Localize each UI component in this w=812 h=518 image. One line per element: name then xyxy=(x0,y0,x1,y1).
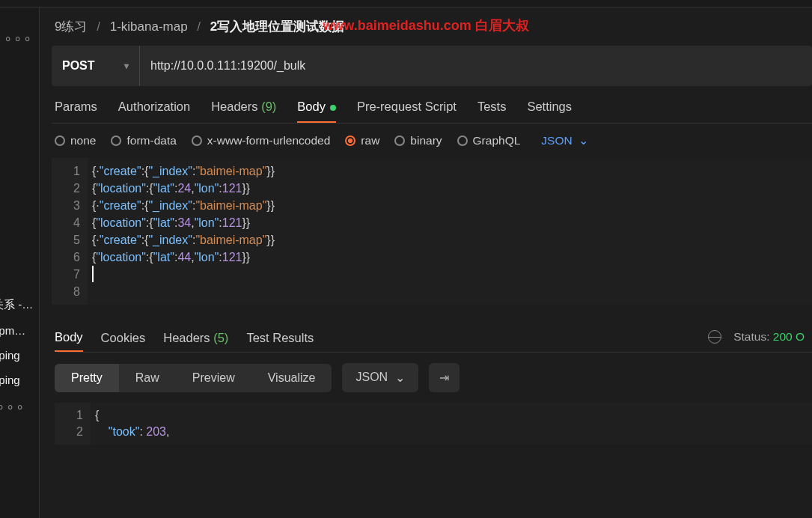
request-url-row: POST ▾ xyxy=(52,46,812,86)
tab-authorization[interactable]: Authorization xyxy=(118,100,190,123)
sidebar: ∘∘∘ 关系 -… -ipm… pping pping ∘∘∘ xyxy=(0,7,39,518)
more-icon[interactable]: ∘∘∘ xyxy=(0,398,25,415)
chevron-down-icon: ⌄ xyxy=(395,371,405,385)
resp-tab-body[interactable]: Body xyxy=(55,330,83,352)
breadcrumb-item[interactable]: 1-kibana-map xyxy=(110,19,188,34)
sidebar-item[interactable]: pping xyxy=(0,368,37,392)
radio-none[interactable]: none xyxy=(55,134,96,147)
tab-settings[interactable]: Settings xyxy=(527,100,572,123)
radio-binary[interactable]: binary xyxy=(394,134,442,147)
view-preview[interactable]: Preview xyxy=(176,364,251,392)
tab-tests[interactable]: Tests xyxy=(477,100,507,123)
radio-graphql[interactable]: GraphQL xyxy=(457,134,521,147)
view-visualize[interactable]: Visualize xyxy=(251,364,332,392)
url-input[interactable] xyxy=(140,46,812,86)
globe-icon[interactable] xyxy=(708,330,721,344)
radio-raw[interactable]: raw xyxy=(345,134,379,147)
radio-urlencoded[interactable]: x-www-form-urlencoded xyxy=(192,134,331,147)
response-body-editor[interactable]: 12 { "took": 203, xyxy=(55,403,812,445)
sidebar-item[interactable]: 关系 -… xyxy=(0,292,37,318)
view-raw[interactable]: Raw xyxy=(119,364,176,392)
tab-prerequest[interactable]: Pre-request Script xyxy=(357,100,457,123)
request-tabs: Params Authorization Headers (9) Body Pr… xyxy=(46,86,812,123)
more-icon[interactable]: ∘∘∘ xyxy=(4,30,33,46)
watermark: www.baimeidashu.com 白眉大叔 xyxy=(323,16,528,34)
response-tabs: Body Cookies Headers (5) Test Results St… xyxy=(52,323,812,352)
breadcrumb-item[interactable]: 9练习 xyxy=(55,19,87,34)
radio-form-data[interactable]: form-data xyxy=(111,134,176,147)
raw-format-select[interactable]: JSON⌄ xyxy=(541,134,587,147)
view-pretty[interactable]: Pretty xyxy=(55,364,119,392)
tab-body[interactable]: Body xyxy=(297,100,336,123)
status-label: Status: xyxy=(733,330,769,343)
request-body-editor[interactable]: 12345678 {·"create":{"_index":"baimei-ma… xyxy=(52,158,812,305)
sidebar-item[interactable]: -ipm… xyxy=(0,318,37,343)
sidebar-items: 关系 -… -ipm… pping pping xyxy=(0,292,37,392)
resp-tab-cookies[interactable]: Cookies xyxy=(101,331,146,351)
resp-tab-tests[interactable]: Test Results xyxy=(246,331,314,351)
status-code: 200 O xyxy=(773,330,805,343)
body-type-row: none form-data x-www-form-urlencoded raw… xyxy=(46,124,812,158)
tab-headers[interactable]: Headers (9) xyxy=(211,100,276,123)
sidebar-item[interactable]: pping xyxy=(0,343,37,368)
tab-params[interactable]: Params xyxy=(55,100,97,123)
chevron-down-icon: ⌄ xyxy=(579,134,588,147)
wrap-lines-button[interactable]: ⇥ xyxy=(429,363,460,392)
view-mode-pill: Pretty Raw Preview Visualize xyxy=(55,364,332,392)
resp-tab-headers[interactable]: Headers (5) xyxy=(163,331,228,351)
unsaved-dot-icon xyxy=(330,105,336,111)
chevron-down-icon: ▾ xyxy=(124,61,129,71)
method-select[interactable]: POST ▾ xyxy=(52,46,140,86)
resp-format-select[interactable]: JSON⌄ xyxy=(342,363,418,392)
